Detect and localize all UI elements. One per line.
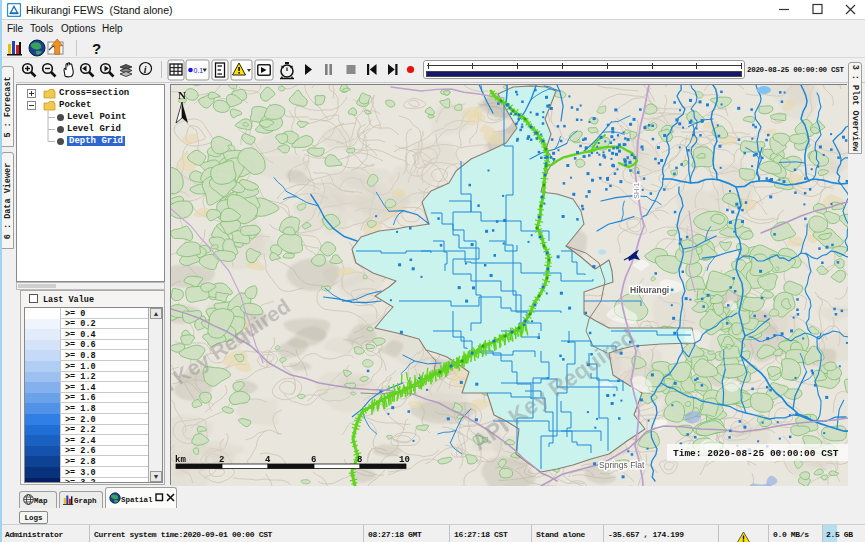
svg-text:SH 1: SH 1 — [632, 182, 641, 199]
svg-text:2: 2 — [219, 455, 224, 465]
svg-text:N: N — [178, 89, 186, 101]
svg-text:4: 4 — [265, 455, 271, 465]
svg-text:8: 8 — [357, 455, 362, 465]
svg-text:10: 10 — [399, 455, 410, 465]
svg-text:km: km — [175, 455, 186, 465]
svg-text:i: i — [144, 64, 147, 75]
svg-text:Springs Flat: Springs Flat — [599, 460, 645, 470]
svg-text:0.1: 0.1 — [194, 67, 204, 74]
svg-text:?: ? — [92, 40, 101, 57]
svg-text:Time: 2020-08-25 00:00:00 CST: Time: 2020-08-25 00:00:00 CST — [673, 448, 839, 459]
svg-text:6: 6 — [311, 455, 316, 465]
svg-text:Hikurangi: Hikurangi — [630, 285, 669, 295]
